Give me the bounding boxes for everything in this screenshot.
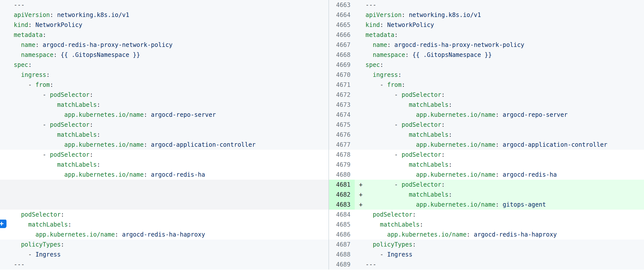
diff-row: podSelector:4684 podSelector: [0,210,644,220]
code-token-key: podSelector [402,121,442,128]
new-line-number[interactable]: 4682 [328,190,355,200]
code-token-pun: : [50,81,54,88]
code-token-pun: : [43,31,46,38]
code-token-key: matchLabels [57,101,97,108]
new-line-number[interactable]: 4687 [328,240,355,250]
old-code-cell: name: argocd-redis-ha-proxy-network-poli… [0,40,328,50]
new-line-number[interactable]: 4668 [328,50,355,60]
diff-row: - podSelector:4672 - podSelector: [0,90,644,100]
code-token-pun: - [366,91,402,98]
new-line-number[interactable]: 4667 [328,40,355,50]
old-code-cell: podSelector: [0,210,328,220]
new-code-cell: matchLabels: [355,220,644,230]
code-token-pun [14,51,21,58]
old-code-cell: - podSelector: [0,120,328,130]
code-token-pun: : [398,71,402,78]
code-token-key: matchLabels [57,131,97,138]
code-token-pun: : [448,161,452,168]
new-line-number[interactable]: 4684 [328,210,355,220]
code-token-val: NetworkPolicy [387,21,434,28]
new-line-number[interactable]: 4664 [328,10,355,20]
diff-row: - from:4671 - from: [0,80,644,90]
code-token-val: argocd-repo-server [151,111,216,118]
code-token-pun: : [61,241,64,248]
new-line-number[interactable]: 4670 [328,70,355,80]
code-token-key: matchLabels [28,221,68,228]
code-token-key: metadata [366,31,394,38]
code-token-pun [366,241,373,248]
diff-row: - Ingress4688 - Ingress [0,250,644,260]
new-code-cell: + - podSelector: [355,180,644,190]
new-code-cell: name: argocd-redis-ha-proxy-network-poli… [355,40,644,50]
code-token-pun: : [394,31,398,38]
code-token-key: from [387,81,402,88]
code-token-pun: --- [14,261,24,268]
new-line-number[interactable]: 4677 [328,140,355,150]
code-token-pun: : [90,91,93,98]
code-token-pun: : [405,51,412,58]
new-line-number[interactable]: 4683 [328,200,355,210]
new-line-number[interactable]: 4685 [328,220,355,230]
code-token-key: podSelector [373,211,412,218]
diff-row: spec:4669spec: [0,60,644,70]
code-token-pun [14,231,36,238]
code-token-pun: : [448,101,452,108]
code-token-pun: : [412,241,416,248]
new-line-number[interactable]: 4671 [328,80,355,90]
new-code-cell: spec: [355,60,644,70]
new-line-number[interactable]: 4679 [328,160,355,170]
code-token-pun [14,221,28,228]
old-code-cell: kind: NetworkPolicy [0,20,328,30]
new-line-number[interactable]: 4665 [328,20,355,30]
new-code-cell: app.kubernetes.io/name: argocd-applicati… [355,140,644,150]
new-line-number[interactable]: 4669 [328,60,355,70]
diff-row: matchLabels:4676 matchLabels: [0,130,644,140]
code-token-pun: : [467,231,474,238]
old-code-cell: app.kubernetes.io/name: argocd-repo-serv… [0,110,328,120]
code-token-key: ingress [21,71,46,78]
new-code-cell: - podSelector: [355,150,644,160]
code-token-pun: - [14,121,50,128]
code-token-pun: : [90,121,93,128]
new-line-number[interactable]: 4688 [328,250,355,260]
code-token-key: name [21,41,36,48]
diff-row: namespace: {{ .GitopsNamespace }}4668 na… [0,50,644,60]
code-token-pun: : [97,131,100,138]
new-code-cell: - podSelector: [355,120,644,130]
code-token-key: app.kubernetes.io/name [64,111,144,118]
new-code-cell: app.kubernetes.io/name: argocd-repo-serv… [355,110,644,120]
diff-row: app.kubernetes.io/name: argocd-redis-ha4… [0,170,644,180]
new-line-number[interactable]: 4672 [328,90,355,100]
new-line-number[interactable]: 4673 [328,100,355,110]
new-line-number[interactable]: 4678 [328,150,355,160]
new-line-number[interactable]: 4680 [328,170,355,180]
code-token-val: argocd-redis-ha-haproxy [474,231,557,238]
code-token-pun: : [387,41,394,48]
code-token-pun [366,231,387,238]
new-line-number[interactable]: 4676 [328,130,355,140]
old-code-empty-cell [0,190,328,200]
new-line-number[interactable]: 4663 [328,0,355,10]
new-line-number[interactable]: 4666 [328,30,355,40]
new-line-number[interactable]: 4689 [328,260,355,270]
add-comment-button[interactable]: + [0,220,6,228]
code-token-pun: - [14,151,50,158]
new-line-number[interactable]: 4681 [328,180,355,190]
diff-row: ---4689--- [0,260,644,270]
new-code-cell: --- [355,0,644,10]
diff-row: matchLabels:4679 matchLabels: [0,160,644,170]
code-token-pun [14,171,64,178]
new-line-number[interactable]: 4686 [328,230,355,240]
old-code-cell: - podSelector: [0,150,328,160]
code-token-pun: : [495,141,502,148]
old-code-empty-cell [0,180,328,190]
code-token-pun [366,191,409,198]
code-token-pun: - [14,251,36,258]
old-code-cell: ingress: [0,70,328,80]
new-line-number[interactable]: 4675 [328,120,355,130]
code-token-pun: : [144,171,151,178]
new-line-number[interactable]: 4674 [328,110,355,120]
old-code-cell: matchLabels:+ [0,220,328,230]
code-token-key: apiVersion [366,11,402,18]
old-code-cell: apiVersion: networking.k8s.io/v1 [0,10,328,20]
